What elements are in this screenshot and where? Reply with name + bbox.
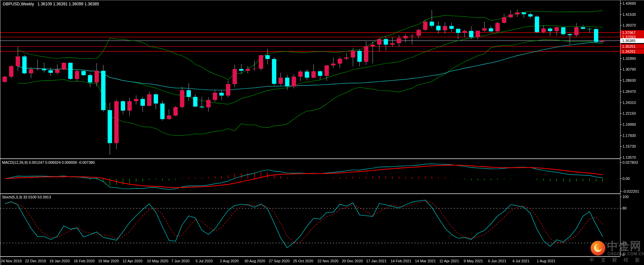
- watermark: 中金网 CNGOLD.COM.CN 中 文 财 经 新 媒 体: [588, 238, 644, 265]
- stoch-panel[interactable]: [0, 194, 620, 256]
- date-axis[interactable]: [0, 257, 620, 265]
- window-top-border: [0, 0, 644, 0]
- watermark-domain: CNGOLD.COM.CN: [607, 252, 644, 256]
- price-axis[interactable]: [620, 0, 644, 256]
- main-chart-panel[interactable]: [0, 1, 620, 158]
- watermark-tagline: 中 文 财 经 新 媒 体: [590, 257, 644, 263]
- macd-panel[interactable]: [0, 159, 620, 193]
- cngold-logo-icon: [590, 240, 606, 256]
- mt4-chart-window: GBPUSD,Weekly 1.36109 1.36391 1.36099 1.…: [0, 0, 644, 265]
